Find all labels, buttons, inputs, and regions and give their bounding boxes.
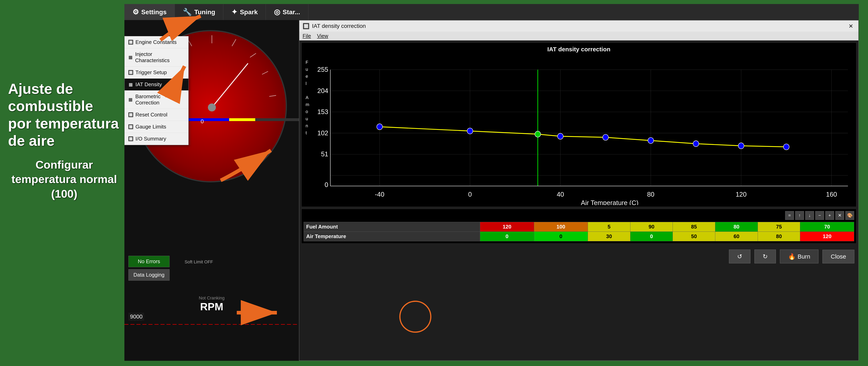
chart-area: IAT density correction FuelAmount [301, 42, 856, 207]
injector-icon: ▦ [128, 55, 133, 60]
menu-trigger-setup[interactable]: 🔲 Trigger Setup [125, 67, 188, 78]
menu-engine-constants[interactable]: 🔲 Engine Constants [125, 36, 188, 48]
burn-label: Burn [798, 253, 810, 260]
temp-cell-5[interactable]: 60 [715, 232, 758, 241]
undo-icon: ↺ [737, 253, 742, 260]
svg-text:102: 102 [317, 129, 328, 137]
svg-text:255: 255 [317, 66, 328, 73]
svg-text:40: 40 [557, 191, 564, 198]
svg-line-1 [232, 39, 236, 46]
svg-text:80: 80 [647, 191, 654, 198]
no-errors-button[interactable]: No Errors [128, 256, 169, 267]
temp-cell-6[interactable]: 80 [757, 232, 800, 241]
baro-icon: ▦ [128, 97, 133, 102]
spark-icon: ✦ [231, 8, 237, 16]
menu-reset-label: Reset Control [135, 112, 167, 118]
tab-start[interactable]: ◎ Star... [266, 4, 308, 20]
menu-reset-control[interactable]: 🔲 Reset Control [125, 109, 188, 121]
svg-line-9 [212, 63, 248, 107]
undo-button[interactable]: ↺ [729, 249, 750, 263]
tab-settings[interactable]: ⚙ Settings [124, 4, 175, 20]
start-icon: ◎ [274, 8, 280, 16]
dropdown-menu: 🔲 Engine Constants ▦ Injector Characteri… [124, 36, 189, 145]
toolbar-equal-btn[interactable]: = [785, 211, 794, 220]
fuel-cell-0[interactable]: 120 [480, 222, 534, 232]
toolbar-up-btn[interactable]: ↑ [795, 211, 804, 220]
tab-spark[interactable]: ✦ Spark [223, 4, 266, 20]
sub-annotation-title: Configurar temperatura normal (100) [8, 158, 120, 201]
svg-text:51: 51 [321, 150, 328, 158]
menu-iat-label: IAT Density [135, 81, 162, 88]
temp-cell-4[interactable]: 50 [673, 232, 715, 241]
redo-button[interactable]: ↻ [754, 249, 776, 263]
wrench-icon: 🔧 [183, 8, 192, 16]
toolbar-down-btn[interactable]: ↓ [805, 211, 814, 220]
fuel-cell-4[interactable]: 85 [673, 222, 715, 232]
temp-cell-2[interactable]: 30 [588, 232, 630, 241]
svg-point-41 [535, 131, 541, 137]
close-panel-button[interactable]: Close [823, 250, 855, 263]
svg-line-4 [269, 95, 276, 96]
table-row-temp: Air Temperature 0 0 30 0 50 60 80 120 [304, 232, 854, 241]
svg-text:204: 204 [317, 87, 328, 94]
fuel-cell-3[interactable]: 90 [630, 222, 673, 232]
bottom-action-bar: ↺ ↻ 🔥 Burn Close [299, 245, 858, 267]
io-icon: 🔲 [128, 136, 133, 141]
menu-injector-characteristics[interactable]: ▦ Injector Characteristics [125, 48, 188, 67]
svg-point-47 [783, 144, 789, 150]
iat-panel: 🔲 IAT density correction ✕ File View IAT… [299, 20, 859, 361]
chart-svg: 255 204 153 102 51 0 -40 0 40 80 120 160 [302, 53, 856, 205]
menu-gauge-label: Gauge Limits [135, 124, 166, 130]
menu-trigger-label: Trigger Setup [135, 69, 167, 75]
svg-point-10 [208, 103, 216, 111]
svg-text:120: 120 [736, 191, 747, 198]
toolbar-color-btn[interactable]: 🎨 [845, 211, 854, 220]
temp-cell-1[interactable]: 0 [534, 232, 588, 241]
svg-text:0: 0 [324, 181, 328, 189]
iat-menu-bar: File View [299, 32, 858, 40]
toolbar-close-btn[interactable]: ✕ [835, 211, 844, 220]
menu-iat-density[interactable]: ▦ IAT Density [125, 78, 188, 91]
fuel-cell-6[interactable]: 75 [757, 222, 800, 232]
toolbar-plus-btn[interactable]: + [825, 211, 834, 220]
data-table-area: = ↑ ↓ − + ✕ 🎨 Fuel Amount 120 100 5 90 8… [301, 209, 856, 243]
toolbar-minus-btn[interactable]: − [815, 211, 824, 220]
tab-tuning[interactable]: 🔧 Tuning [175, 4, 223, 20]
data-table: Fuel Amount 120 100 5 90 85 80 75 70 Air… [304, 222, 854, 241]
tab-start-label: Star... [282, 8, 300, 16]
menu-injector-label: Injector Characteristics [135, 51, 185, 64]
fuel-cell-1[interactable]: 100 [534, 222, 588, 232]
burn-button[interactable]: 🔥 Burn [780, 249, 818, 263]
file-menu[interactable]: File [303, 33, 311, 39]
svg-point-44 [648, 137, 654, 143]
temp-cell-7[interactable]: 120 [800, 232, 854, 241]
fuel-cell-2[interactable]: 5 [588, 222, 630, 232]
menu-io-label: I/O Summary [135, 136, 166, 142]
svg-line-2 [250, 53, 256, 57]
tab-settings-label: Settings [141, 8, 166, 16]
menu-barometric[interactable]: ▦ Barometric Correction [125, 91, 188, 109]
fuel-cell-7[interactable]: 70 [800, 222, 854, 232]
data-logging-button[interactable]: Data Logging [128, 269, 169, 280]
svg-text:153: 153 [317, 108, 328, 115]
burn-icon: 🔥 [788, 253, 796, 260]
fuel-amount-header: Fuel Amount [304, 222, 480, 232]
redo-icon: ↻ [763, 253, 768, 260]
temp-cell-3[interactable]: 0 [630, 232, 673, 241]
tab-tuning-label: Tuning [194, 8, 215, 16]
close-label: Close [831, 253, 846, 260]
close-button[interactable]: ✕ [846, 22, 855, 30]
svg-text:Air Temperature (C): Air Temperature (C) [581, 199, 639, 205]
svg-text:0: 0 [468, 191, 472, 198]
tab-spark-label: Spark [240, 8, 258, 16]
view-menu[interactable]: View [317, 33, 328, 39]
menu-gauge-limits[interactable]: 🔲 Gauge Limits [125, 121, 188, 133]
svg-point-42 [558, 133, 563, 139]
temp-cell-0[interactable]: 0 [480, 232, 534, 241]
fuel-cell-5[interactable]: 80 [715, 222, 758, 232]
main-annotation-title: Ajuste de combustible por temperatura de… [8, 80, 120, 149]
svg-rect-11 [302, 53, 856, 205]
menu-io-summary[interactable]: 🔲 I/O Summary [125, 133, 188, 145]
svg-text:160: 160 [826, 191, 837, 198]
iat-title-text: IAT density correction [312, 23, 844, 29]
